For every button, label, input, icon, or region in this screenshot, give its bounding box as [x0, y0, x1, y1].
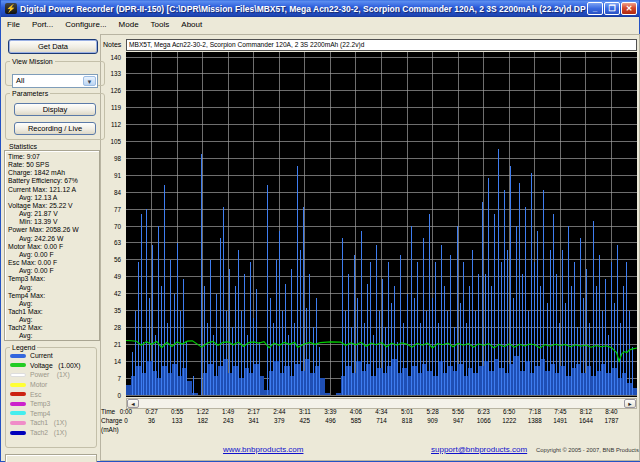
time-tick: 7:18	[522, 408, 548, 415]
charge-tick: 1222	[496, 417, 522, 424]
y-axis-tick: 21	[99, 341, 121, 348]
menu-item-port[interactable]: Port...	[26, 19, 59, 30]
menu-item-mode[interactable]: Mode	[113, 19, 145, 30]
scroll-left-icon[interactable]: ◄	[127, 399, 139, 408]
legend-item-power[interactable]: Power (1X)	[6, 370, 96, 380]
time-tick: 4:34	[369, 408, 395, 415]
menu-bar: FilePort...Configure...ModeToolsAbout	[1, 17, 639, 32]
y-axis-tick: 70	[99, 223, 121, 230]
legend-item-temp4[interactable]: Temp4	[6, 409, 96, 419]
window-title: Digital Power Recorder (DPR-II-150) [C:\…	[20, 4, 586, 14]
legend-item-label: Esc	[30, 391, 41, 398]
notes-empty-box	[5, 454, 97, 462]
charge-tick: 714	[369, 417, 395, 424]
y-axis-tick: 49	[99, 273, 121, 280]
time-tick: 2:17	[241, 408, 267, 415]
y-axis-tick: 98	[99, 155, 121, 162]
legend-swatch-icon	[10, 411, 26, 415]
y-axis-labels: 1401331261191121059891847770635649423528…	[99, 52, 124, 397]
title-bar: ⚡ Digital Power Recorder (DPR-II-150) [C…	[1, 0, 639, 17]
y-axis-tick: 112	[99, 121, 121, 128]
stats-line: Voltage Max: 25.22 V	[8, 202, 99, 210]
legend-item-label: Tach1 (1X)	[30, 419, 67, 426]
y-axis-tick: 133	[99, 70, 121, 77]
notes-field[interactable]: MBX5T, Mega Acn22-30-2, Scorpion Command…	[126, 39, 637, 51]
mission-select[interactable]: All ▼	[12, 74, 98, 88]
legend-item-label: Motor	[30, 381, 47, 388]
legend-item-temp3[interactable]: Temp3	[6, 399, 96, 409]
legend-item-current[interactable]: Current	[6, 351, 96, 361]
parameters-group: Parameters Display Recording / Live	[5, 90, 105, 140]
minimize-button-icon[interactable]: _	[587, 2, 603, 15]
y-axis-tick: 91	[99, 172, 121, 179]
stats-line: Motor Max: 0.00 F	[8, 243, 99, 251]
menu-item-about[interactable]: About	[175, 19, 208, 30]
legend-item-motor[interactable]: Motor	[6, 380, 96, 390]
legend-swatch-icon	[10, 402, 26, 406]
time-tick: 5:56	[445, 408, 471, 415]
stats-line: Temp3 Max:	[8, 275, 99, 283]
charge-tick: 379	[266, 417, 292, 424]
charge-tick: 1388	[522, 417, 548, 424]
stats-line: Battery Efficiency: 67%	[8, 177, 99, 185]
charge-tick: 909	[420, 417, 446, 424]
app-window: ⚡ Digital Power Recorder (DPR-II-150) [C…	[0, 0, 640, 462]
stats-line: Tach2 Max:	[8, 324, 99, 332]
legend-item-label: Temp4	[30, 410, 50, 417]
y-axis-tick: 14	[99, 358, 121, 365]
notes-label: Notes	[103, 41, 121, 48]
stats-line: Rate: 50 SPS	[8, 161, 99, 169]
support-email-link[interactable]: support@bnbproducts.com	[431, 445, 527, 454]
menu-item-file[interactable]: File	[1, 19, 26, 30]
legend-item-voltage[interactable]: Voltage (1.00X)	[6, 361, 96, 371]
charge-tick: 341	[241, 417, 267, 424]
restore-button-icon[interactable]: ❐	[604, 2, 620, 15]
charge-tick: 818	[394, 417, 420, 424]
stats-line: Avg: 21.87 V	[8, 210, 99, 218]
time-tick: 6:50	[496, 408, 522, 415]
stats-line: Temp4 Max:	[8, 292, 99, 300]
copyright-text: Copyright © 2005 - 2007, BNB Products	[536, 447, 639, 453]
y-axis-tick: 105	[99, 138, 121, 145]
legend-item-tach1[interactable]: Tach1 (1X)	[6, 418, 96, 428]
statistics-label: Statistics	[9, 143, 37, 150]
legend-items: CurrentVoltage (1.00X)Power (1X)MotorEsc…	[6, 351, 96, 437]
time-tick: 0:27	[139, 408, 165, 415]
legend-swatch-icon	[10, 421, 26, 425]
menu-item-tools[interactable]: Tools	[145, 19, 176, 30]
get-data-button[interactable]: Get Data	[8, 39, 98, 54]
y-axis-tick: 63	[99, 239, 121, 246]
y-axis-tick: 0	[99, 392, 121, 399]
view-mission-group: View Mission All ▼	[5, 58, 105, 86]
charge-tick: 496	[317, 417, 343, 424]
charge-tick: 585	[343, 417, 369, 424]
charge-tick: 182	[190, 417, 216, 424]
legend-item-label: Temp3	[30, 400, 50, 407]
legend-item-tach2[interactable]: Tach2 (1X)	[6, 428, 96, 438]
charge-tick: 1644	[573, 417, 599, 424]
close-button-icon[interactable]: ✕	[621, 2, 637, 15]
scroll-right-icon[interactable]: ►	[624, 399, 636, 408]
stats-line: Avg: 242.26 W	[8, 235, 99, 243]
time-tick: 5:28	[420, 408, 446, 415]
stats-line: Avg: 12.13 A	[8, 194, 99, 202]
legend-item-esc[interactable]: Esc	[6, 389, 96, 399]
y-axis-tick: 28	[99, 324, 121, 331]
stats-line: Avg:	[8, 284, 99, 292]
website-link[interactable]: www.bnbproducts.com	[223, 445, 303, 454]
time-tick: 6:23	[471, 408, 497, 415]
legend-item-label: Current	[30, 352, 53, 359]
chart-canvas	[126, 52, 637, 397]
charge-tick: 36	[139, 417, 165, 424]
plot-area	[126, 52, 637, 397]
time-tick: 1:22	[190, 408, 216, 415]
charge-tick: 1066	[471, 417, 497, 424]
legend-item-label: Power (1X)	[30, 371, 70, 378]
menu-item-configure[interactable]: Configure...	[59, 19, 112, 30]
legend-swatch-icon	[10, 392, 26, 396]
recording-live-button[interactable]: Recording / Live	[14, 122, 96, 135]
stats-line: Avg:	[8, 300, 99, 308]
y-axis-tick: 42	[99, 290, 121, 297]
chevron-down-icon[interactable]: ▼	[83, 76, 96, 86]
display-button[interactable]: Display	[14, 103, 96, 116]
